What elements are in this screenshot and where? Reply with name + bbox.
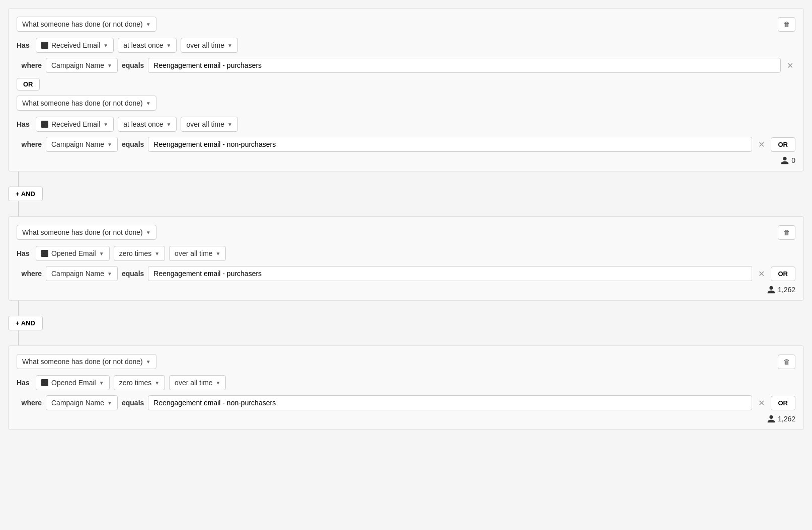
group1-count-value: 0	[791, 156, 795, 164]
group2-close-icon: ✕	[758, 270, 765, 278]
group1-or-label: OR	[23, 80, 33, 88]
group2-where-row: where Campaign Name ▼ equals ✕ OR	[17, 266, 795, 281]
group2-close-button[interactable]: ✕	[756, 269, 767, 279]
group3-condition-type-select[interactable]: What someone has done (or not done) ▼	[17, 354, 156, 369]
group2-count-value: 1,262	[778, 286, 795, 294]
group2-event-chevron: ▼	[99, 251, 104, 256]
group1-condition-type-label: What someone has done (or not done)	[22, 20, 143, 28]
group1-equals-label: equals	[122, 61, 144, 69]
group3-event-select[interactable]: Opened Email ▼	[36, 375, 110, 390]
group2-event-icon	[41, 250, 48, 257]
group1-sub-time-label: over all time	[186, 120, 224, 128]
group1-sub-filter-field-select[interactable]: Campaign Name ▼	[46, 137, 118, 152]
group3-has-row: Has Opened Email ▼ zero times ▼ over all…	[17, 375, 795, 390]
and-button-1[interactable]: + AND	[8, 187, 43, 201]
group1-sub-condition-type-select[interactable]: What someone has done (or not done) ▼	[17, 96, 156, 111]
group2-event-label: Opened Email	[51, 249, 96, 257]
group2-filter-field-select[interactable]: Campaign Name ▼	[46, 266, 118, 281]
group1-filter-field-select[interactable]: Campaign Name ▼	[46, 58, 118, 73]
group1-event-chevron: ▼	[103, 43, 108, 48]
group1-sub-close-icon: ✕	[758, 140, 765, 149]
group-block-1: What someone has done (or not done) ▼ 🗑 …	[8, 8, 804, 171]
group2-time-label: over all time	[175, 249, 212, 257]
group3-condition-type-chevron: ▼	[146, 359, 151, 365]
group2-trash-icon: 🗑	[783, 229, 790, 236]
and-button-2-label: + AND	[16, 319, 35, 327]
group1-sub-close-button[interactable]: ✕	[756, 140, 767, 149]
group1-close-button[interactable]: ✕	[785, 61, 795, 70]
group3-trash-icon: 🗑	[783, 358, 790, 366]
and-line-2b	[18, 330, 19, 345]
group1-sub-event-chevron: ▼	[103, 122, 108, 127]
group3-where-row: where Campaign Name ▼ equals ✕ OR	[17, 395, 795, 410]
group1-or-separator: OR	[17, 78, 795, 91]
group1-sub-filter-field-label: Campaign Name	[51, 140, 104, 148]
and-button-1-label: + AND	[16, 190, 35, 198]
group1-condition-type-select[interactable]: What someone has done (or not done) ▼	[17, 17, 156, 32]
group1-person-icon	[780, 156, 789, 165]
group1-sub-filter-field-chevron: ▼	[107, 142, 112, 147]
group2-condition-type-label: What someone has done (or not done)	[22, 228, 143, 236]
group2-time-chevron: ▼	[216, 251, 221, 256]
group2-event-select[interactable]: Opened Email ▼	[36, 246, 110, 261]
group1-sub-frequency-label: at least once	[123, 120, 163, 128]
group3-or-button[interactable]: OR	[771, 396, 796, 410]
group3-count-row: 1,262	[17, 414, 795, 423]
group2-top-row: What someone has done (or not done) ▼ 🗑	[17, 225, 795, 240]
group-block-2: What someone has done (or not done) ▼ 🗑 …	[8, 216, 804, 301]
group3-top-row: What someone has done (or not done) ▼ 🗑	[17, 354, 795, 369]
group1-sub-condition-type-chevron: ▼	[146, 101, 151, 106]
group2-frequency-select[interactable]: zero times ▼	[114, 246, 165, 261]
group3-filter-value-input[interactable]	[148, 395, 752, 410]
group1-sub-filter-value-input[interactable]	[148, 137, 752, 152]
group1-condition-type-chevron: ▼	[146, 22, 151, 27]
group3-event-label: Opened Email	[51, 379, 96, 387]
and-button-2[interactable]: + AND	[8, 316, 43, 330]
group2-condition-type-select[interactable]: What someone has done (or not done) ▼	[17, 225, 156, 240]
group1-filter-field-label: Campaign Name	[51, 61, 104, 69]
group3-close-icon: ✕	[758, 399, 765, 407]
group1-sub-has-label: Has	[17, 120, 32, 128]
group1-filter-field-chevron: ▼	[107, 63, 112, 68]
group3-filter-field-chevron: ▼	[107, 400, 112, 406]
group1-time-chevron: ▼	[227, 43, 232, 48]
group2-or-label: OR	[778, 270, 788, 278]
group3-condition-type-label: What someone has done (or not done)	[22, 358, 143, 366]
group3-trash-button[interactable]: 🗑	[778, 355, 795, 369]
page-container: What someone has done (or not done) ▼ 🗑 …	[0, 0, 812, 438]
group3-event-icon	[41, 379, 48, 386]
group1-sub-or-button[interactable]: OR	[771, 137, 796, 152]
group1-time-select[interactable]: over all time ▼	[181, 38, 237, 53]
group2-count-row: 1,262	[17, 285, 795, 294]
group1-filter-value-input[interactable]	[148, 58, 781, 73]
group3-or-label: OR	[778, 399, 788, 407]
group1-time-label: over all time	[186, 41, 224, 49]
group1-sub-event-select[interactable]: Received Email ▼	[36, 117, 114, 132]
group2-has-row: Has Opened Email ▼ zero times ▼ over all…	[17, 246, 795, 261]
group1-sub-where-row: where Campaign Name ▼ equals ✕ OR	[17, 137, 795, 152]
group1-sub-frequency-select[interactable]: at least once ▼	[118, 117, 177, 132]
group1-trash-button[interactable]: 🗑	[778, 17, 795, 32]
group1-close-icon: ✕	[787, 61, 793, 70]
group2-trash-button[interactable]: 🗑	[778, 225, 795, 240]
group3-time-select[interactable]: over all time ▼	[169, 375, 226, 390]
group2-time-select[interactable]: over all time ▼	[169, 246, 226, 261]
group1-event-select[interactable]: Received Email ▼	[36, 38, 114, 53]
group3-filter-field-label: Campaign Name	[51, 399, 104, 407]
group1-frequency-select[interactable]: at least once ▼	[118, 38, 177, 53]
group3-close-button[interactable]: ✕	[756, 398, 767, 408]
group1-event-icon	[41, 42, 48, 49]
group1-or-button[interactable]: OR	[17, 78, 40, 91]
group3-frequency-select[interactable]: zero times ▼	[114, 375, 165, 390]
group3-event-chevron: ▼	[99, 380, 104, 386]
group2-where-label: where	[17, 270, 42, 278]
group2-or-button[interactable]: OR	[771, 267, 796, 281]
group3-equals-label: equals	[122, 399, 144, 407]
group2-has-label: Has	[17, 249, 32, 257]
group1-has-row: Has Received Email ▼ at least once ▼ ove…	[17, 38, 795, 53]
group2-filter-value-input[interactable]	[148, 266, 752, 281]
group2-condition-type-chevron: ▼	[146, 230, 151, 235]
group3-filter-field-select[interactable]: Campaign Name ▼	[46, 395, 118, 410]
group1-sub-time-select[interactable]: over all time ▼	[181, 117, 237, 132]
group1-sub-event-icon	[41, 121, 48, 128]
